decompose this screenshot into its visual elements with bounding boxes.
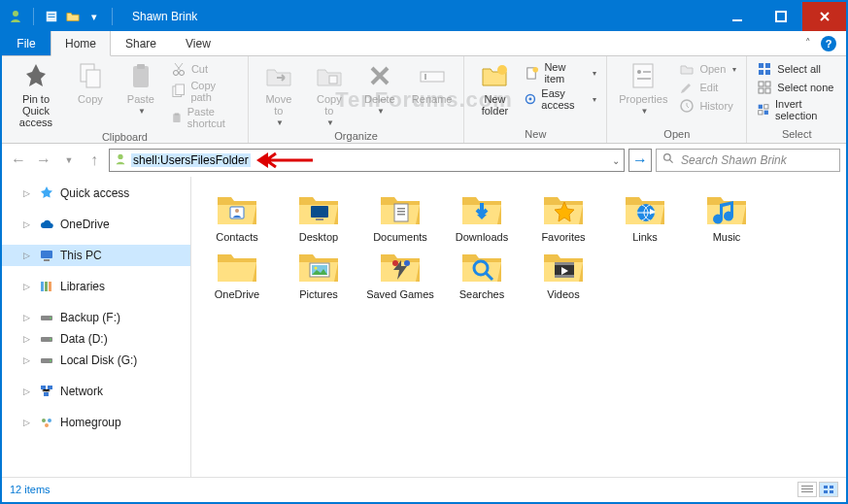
svg-rect-79: [801, 488, 813, 489]
copy-to-icon: [314, 60, 345, 91]
svg-rect-47: [49, 282, 51, 291]
maximize-button[interactable]: [759, 2, 802, 31]
favorites-folder-icon: [540, 190, 587, 229]
folder-label: Saved Games: [365, 288, 435, 301]
folder-item-videos[interactable]: Videos: [527, 248, 599, 301]
svg-rect-81: [824, 486, 828, 488]
help-icon[interactable]: ?: [821, 36, 836, 51]
cut-icon: [171, 61, 187, 77]
svg-rect-4: [732, 19, 742, 21]
folder-item-links[interactable]: Links: [609, 190, 681, 244]
qat-properties-icon[interactable]: [44, 9, 59, 24]
address-dropdown-icon[interactable]: ⌄: [612, 155, 620, 166]
pin-to-quick-access-button[interactable]: Pin to Quick access: [8, 58, 64, 130]
svg-point-42: [664, 154, 671, 161]
minimize-button[interactable]: [715, 2, 759, 31]
ribbon-group-select: Select all Select none Invert selection …: [747, 56, 846, 143]
qat-newfolder-icon[interactable]: [65, 9, 81, 24]
svg-rect-78: [801, 486, 813, 487]
folder-item-documents[interactable]: Documents: [364, 190, 436, 244]
folder-item-favorites[interactable]: Favorites: [527, 190, 599, 244]
svg-point-41: [118, 153, 122, 158]
folder-view[interactable]: ContactsDesktopDocumentsDownloadsFavorit…: [191, 177, 846, 477]
tab-view[interactable]: View: [171, 31, 225, 55]
sidebar-item-label: This PC: [60, 249, 102, 262]
folder-item-searches[interactable]: Searches: [446, 248, 518, 301]
open-button[interactable]: Open▾: [675, 60, 740, 78]
properties-icon: [628, 60, 659, 91]
properties-button[interactable]: Properties▼: [613, 58, 673, 118]
videos-folder-icon: [540, 248, 587, 286]
folder-label: Pictures: [298, 288, 339, 301]
folder-item-contacts[interactable]: Contacts: [201, 190, 273, 244]
svg-rect-80: [801, 491, 813, 492]
delete-icon: [364, 60, 395, 91]
ribbon-collapse-icon[interactable]: ˄: [805, 37, 811, 50]
history-icon: [679, 98, 695, 114]
sidebar-item-local-disk-g-[interactable]: ▷Local Disk (G:): [2, 350, 190, 371]
edit-button[interactable]: Edit: [675, 79, 740, 96]
svg-point-61: [235, 209, 239, 213]
select-all-button[interactable]: Select all: [753, 60, 840, 78]
qat-dropdown-icon[interactable]: ▾: [86, 9, 102, 24]
select-none-button[interactable]: Select none: [753, 79, 840, 96]
address-input[interactable]: shell:UsersFilesFolder ⌄: [109, 149, 625, 172]
sidebar-item-label: Network: [60, 385, 103, 398]
folder-label: Documents: [372, 231, 428, 244]
svg-rect-55: [48, 386, 52, 389]
back-button[interactable]: ←: [8, 150, 29, 171]
forward-button[interactable]: →: [33, 150, 54, 171]
sidebar-item-network[interactable]: ▷Network: [2, 381, 190, 402]
recent-dropdown[interactable]: ▼: [58, 150, 80, 171]
svg-rect-39: [759, 111, 763, 115]
invert-selection-button[interactable]: Invert selection: [753, 97, 840, 122]
folder-item-music[interactable]: Music: [691, 190, 763, 244]
folder-item-desktop[interactable]: Desktop: [283, 190, 355, 244]
folder-item-pictures[interactable]: Pictures: [283, 248, 355, 301]
copy-path-button[interactable]: Copy path: [167, 79, 242, 104]
cut-button[interactable]: Cut: [167, 60, 242, 78]
easy-access-button[interactable]: Easy access▾: [521, 86, 600, 112]
svg-rect-84: [830, 490, 833, 493]
sidebar-item-quick-access[interactable]: ▷Quick access: [2, 183, 190, 204]
history-button[interactable]: History: [675, 97, 740, 115]
star-icon: [39, 185, 54, 201]
go-button[interactable]: →: [628, 149, 652, 172]
svg-rect-33: [759, 82, 763, 86]
svg-point-51: [50, 339, 51, 341]
tab-home[interactable]: Home: [51, 31, 111, 56]
copy-button[interactable]: Copy: [66, 58, 115, 107]
tab-share[interactable]: Share: [111, 31, 171, 55]
folder-label: Favorites: [540, 231, 586, 244]
sidebar-item-backup-f-[interactable]: ▷Backup (F:): [2, 307, 190, 328]
search-input[interactable]: Search Shawn Brink: [656, 149, 840, 172]
move-to-icon: [263, 60, 294, 91]
details-view-button[interactable]: [797, 482, 817, 497]
move-to-button[interactable]: Move to▼: [254, 58, 303, 129]
searches-folder-icon: [458, 248, 505, 286]
paste-shortcut-button[interactable]: Paste shortcut: [167, 105, 242, 130]
paste-button[interactable]: Paste ▼: [117, 58, 165, 118]
copy-to-button[interactable]: Copy to▼: [305, 58, 354, 129]
delete-button[interactable]: Delete▼: [356, 58, 404, 118]
folder-item-onedrive[interactable]: OneDrive: [201, 248, 273, 301]
navigation-pane[interactable]: ▷Quick access▷OneDrive▷This PC▷Libraries…: [2, 177, 191, 477]
folder-item-downloads[interactable]: Downloads: [446, 190, 518, 244]
file-menu[interactable]: File: [2, 31, 51, 55]
chevron-right-icon: ▷: [23, 334, 33, 344]
sidebar-item-onedrive[interactable]: ▷OneDrive: [2, 214, 190, 235]
games-folder-icon: [377, 248, 424, 286]
rename-button[interactable]: Rename: [406, 58, 458, 107]
icons-view-button[interactable]: [819, 482, 838, 497]
sidebar-item-data-d-[interactable]: ▷Data (D:): [2, 328, 190, 350]
new-item-button[interactable]: New item▾: [521, 60, 600, 85]
sidebar-item-homegroup[interactable]: ▷Homegroup: [2, 412, 190, 433]
svg-rect-24: [633, 64, 653, 87]
folder-item-saved-games[interactable]: Saved Games: [364, 248, 436, 301]
sidebar-item-libraries[interactable]: ▷Libraries: [2, 276, 190, 297]
up-button[interactable]: ↑: [84, 150, 105, 171]
close-button[interactable]: [802, 2, 846, 31]
sidebar-item-this-pc[interactable]: ▷This PC: [2, 245, 190, 266]
new-folder-button[interactable]: New folder: [470, 58, 519, 118]
folder-label: Videos: [546, 288, 580, 301]
